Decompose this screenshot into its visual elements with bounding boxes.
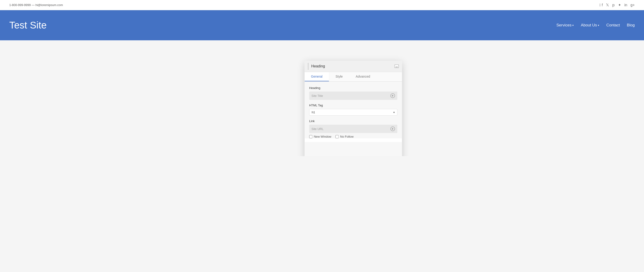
- no-follow-checkbox-label[interactable]: No Follow: [336, 135, 354, 138]
- dialog-tabs: General Style Advanced: [304, 72, 402, 82]
- nav-item-about[interactable]: About Us ▾: [581, 23, 599, 27]
- html-tag-value: h1: [312, 110, 315, 114]
- drag-handle: [308, 63, 308, 69]
- twitter-icon[interactable]: 𝕏: [606, 3, 609, 7]
- heading-section-label: Heading: [309, 86, 397, 90]
- nav-item-services[interactable]: Services ▾: [556, 23, 574, 27]
- top-bar: 1-800-999-9999 — hi@loremipsum.com  f 𝕏…: [0, 0, 644, 10]
- no-follow-checkbox[interactable]: [336, 135, 339, 138]
- minimize-button[interactable]: [394, 65, 399, 68]
- link-input-placeholder: Site URL: [312, 127, 324, 131]
- html-tag-select[interactable]: h1 ▾: [309, 109, 397, 116]
- site-nav: Services ▾ About Us ▾ Contact Blog: [556, 23, 635, 27]
- site-title: Test Site: [9, 20, 46, 31]
- google-plus-icon[interactable]: g+: [630, 3, 635, 7]
- link-section-label: Link: [309, 119, 397, 123]
- dialog-spacer: [304, 142, 402, 156]
- heading-add-button[interactable]: +: [390, 93, 395, 98]
- contact-info: 1-800-999-9999 — hi@loremipsum.com: [9, 3, 63, 7]
- chevron-down-icon: ▾: [598, 24, 599, 27]
- dialog-body: Heading Site Title + HTML Tag h1 ▾ Link …: [304, 82, 402, 138]
- html-tag-label: HTML Tag: [309, 104, 397, 107]
- social-icons:  f 𝕏 𝕡 ✦ in g+: [600, 3, 635, 7]
- tab-style[interactable]: Style: [329, 72, 349, 81]
- nav-item-contact[interactable]: Contact: [606, 23, 620, 27]
- linkedin-icon[interactable]: in: [624, 3, 627, 7]
- pinterest-icon[interactable]: 𝕡: [612, 3, 615, 7]
- tab-general[interactable]: General: [304, 72, 329, 81]
- facebook-icon[interactable]:  f: [600, 3, 603, 7]
- chevron-down-icon: ▾: [572, 24, 574, 27]
- link-add-button[interactable]: +: [390, 126, 395, 131]
- yelp-icon[interactable]: ✦: [618, 3, 621, 7]
- dialog-titlebar[interactable]: Heading: [304, 61, 402, 72]
- main-content: Heading General Style Advanced Heading S…: [0, 40, 644, 156]
- heading-input-placeholder: Site Title: [312, 94, 323, 98]
- site-header: Test Site Services ▾ About Us ▾ Contact …: [0, 10, 644, 40]
- html-tag-field-row: HTML Tag h1 ▾: [309, 104, 397, 116]
- dialog-title-left: Heading: [308, 63, 325, 69]
- heading-input-wrapper: Site Title +: [309, 91, 397, 100]
- chevron-down-icon: ▾: [393, 111, 395, 114]
- heading-field-row: Heading Site Title +: [309, 86, 397, 100]
- nav-item-blog[interactable]: Blog: [627, 23, 635, 27]
- tab-advanced[interactable]: Advanced: [349, 72, 376, 81]
- link-field-row: Link Site URL + New Window No Follow: [309, 119, 397, 138]
- new-window-checkbox-label[interactable]: New Window: [309, 135, 332, 138]
- link-input-wrapper: Site URL +: [309, 125, 397, 133]
- dialog-title: Heading: [311, 64, 325, 68]
- heading-dialog: Heading General Style Advanced Heading S…: [304, 61, 402, 156]
- link-options-row: New Window No Follow: [309, 135, 397, 138]
- new-window-checkbox[interactable]: [309, 135, 312, 138]
